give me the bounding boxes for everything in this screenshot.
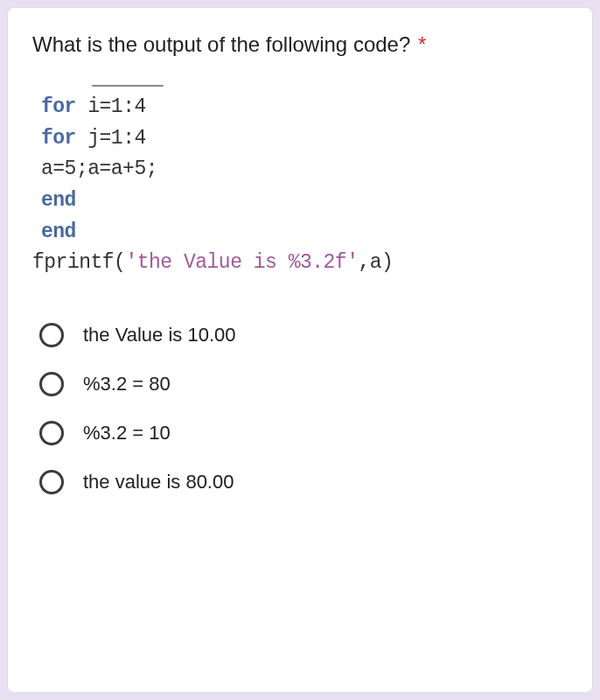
code-fprintf-string: 'the Value is %3.2f': [125, 251, 358, 274]
code-line-2: for j=1:4: [41, 123, 568, 155]
code-line-1: for i=1:4: [41, 92, 568, 123]
code-rest-1: i=1:4: [76, 95, 146, 118]
code-block: for i=1:4 for j=1:4 a=5;a=a+5; end end f…: [41, 92, 568, 279]
code-line-6: fprintf('the Value is %3.2f',a): [32, 248, 568, 279]
code-line-5: end: [41, 217, 568, 248]
code-line-3: a=5;a=a+5;: [41, 154, 568, 186]
option-row[interactable]: %3.2 = 80: [39, 372, 568, 396]
question-title: What is the output of the following code…: [32, 29, 568, 60]
option-label: the Value is 10.00: [83, 324, 236, 346]
code-keyword-end-2: end: [41, 220, 76, 243]
question-card: What is the output of the following code…: [7, 7, 593, 693]
code-rest-2: j=1:4: [76, 127, 146, 150]
radio-icon: [39, 323, 64, 347]
code-keyword-end-1: end: [41, 189, 76, 212]
radio-icon: [39, 470, 64, 494]
code-line-4: end: [41, 186, 568, 217]
option-label: %3.2 = 80: [83, 373, 171, 396]
code-keyword-for-1: for: [41, 95, 76, 118]
option-label: the value is 80.00: [83, 471, 234, 494]
required-asterisk: *: [418, 32, 426, 56]
code-fprintf-post: ,a): [358, 251, 393, 274]
option-row[interactable]: %3.2 = 10: [39, 421, 568, 445]
radio-icon: [39, 372, 64, 396]
question-text: What is the output of the following code…: [32, 32, 410, 56]
code-keyword-for-2: for: [41, 127, 76, 150]
option-row[interactable]: the Value is 10.00: [39, 323, 568, 347]
code-fprintf-pre: fprintf(: [32, 251, 125, 274]
option-row[interactable]: the value is 80.00: [39, 470, 568, 494]
options-group: the Value is 10.00 %3.2 = 80 %3.2 = 10 t…: [32, 323, 568, 494]
option-label: %3.2 = 10: [83, 422, 171, 444]
radio-icon: [39, 421, 64, 445]
